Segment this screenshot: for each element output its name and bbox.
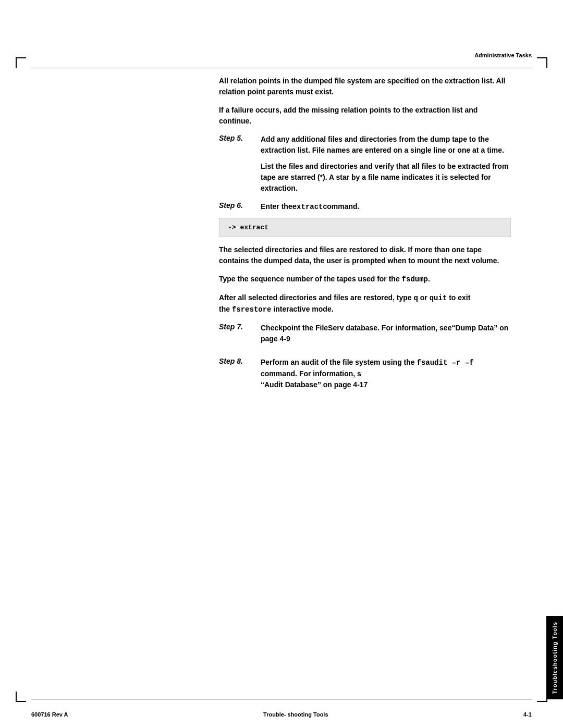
step8-code: fsaudit –r –f xyxy=(417,359,474,367)
margin-bracket-bottom-right xyxy=(537,692,547,702)
step6-code-inline: extract xyxy=(292,203,323,211)
step7-container: Step 7. Checkpoint the FileServ database… xyxy=(219,323,511,352)
block-selected-dirs: The selected directories and files are r… xyxy=(219,244,511,266)
step8-suffix: command. For information, s xyxy=(261,369,361,378)
block6-text-suffix: interactive mode. xyxy=(272,305,334,313)
step5-content: Add any additional files and directories… xyxy=(261,134,511,156)
step6-container: Step 6. Enter theextractcommand. xyxy=(219,201,511,213)
block4-text: The selected directories and files are r… xyxy=(219,245,499,265)
step6-text: Enter theextractcommand. xyxy=(261,201,511,213)
step6-content: Enter theextractcommand. xyxy=(261,201,511,213)
block6-code-quit: quit xyxy=(430,294,447,302)
block6-text-or: or xyxy=(418,293,427,302)
step6-text-suffix: command. xyxy=(323,202,360,211)
block6-code-fsrestore: fsrestore xyxy=(232,305,272,314)
footer-section: Trouble- shooting Tools xyxy=(263,711,328,718)
step7-text: Checkpoint the FileServ database. For in… xyxy=(261,323,511,344)
extract-code-block: -> extract xyxy=(219,218,511,237)
side-tab-troubleshooting: Troubleshooting Tools xyxy=(546,616,563,699)
block-failure: If a failure occurs, add the missing rel… xyxy=(219,105,511,127)
step8-label: Step 8. xyxy=(219,357,255,398)
block6-code-q: q xyxy=(413,294,418,302)
content-area: All relation points in the dumped file s… xyxy=(219,76,511,686)
step8-prefix: Perform an audit of the file system usin… xyxy=(261,358,415,366)
block5-prefix: Type the sequence number of the tapes us… xyxy=(219,275,400,283)
block2-text: If a failure occurs, add the missing rel… xyxy=(219,106,478,125)
margin-bracket-top-right xyxy=(537,57,547,68)
step5-container: Step 5. Add any additional files and dir… xyxy=(219,134,511,156)
step6-label: Step 6. xyxy=(219,201,255,213)
step7-content: Checkpoint the FileServ database. For in… xyxy=(261,323,511,352)
block6-prefix: After all selected directories and files… xyxy=(219,293,412,302)
step8-text: Perform an audit of the file system usin… xyxy=(261,357,511,390)
step8-content: Perform an audit of the file system usin… xyxy=(261,357,511,398)
side-tab-label: Troubleshooting Tools xyxy=(552,622,558,694)
header-title: Administrative Tasks xyxy=(474,52,532,58)
block1-text: All relation points in the dumped file s… xyxy=(219,77,505,96)
margin-bracket-top-left xyxy=(16,57,26,68)
code-text: -> extract xyxy=(228,224,268,231)
block3-text: List the files and directories and verif… xyxy=(261,162,508,192)
bottom-rule xyxy=(31,699,532,699)
step6-text-prefix: Enter the xyxy=(261,202,292,211)
step8-container: Step 8. Perform an audit of the file sys… xyxy=(219,357,511,398)
step5-label: Step 5. xyxy=(219,134,255,156)
top-rule xyxy=(31,68,532,68)
footer-page-number: 4-1 xyxy=(523,711,532,718)
block-list-files: List the files and directories and verif… xyxy=(261,161,511,194)
block-after-restored: After all selected directories and files… xyxy=(219,292,511,315)
footer-revision: 600716 Rev A xyxy=(31,711,68,718)
step5-text: Add any additional files and directories… xyxy=(261,134,511,156)
block5-code: fsdump xyxy=(402,275,428,283)
page-footer: 600716 Rev A Trouble- shooting Tools 4-1 xyxy=(31,711,532,718)
block-relation-points: All relation points in the dumped file s… xyxy=(219,76,511,97)
step8-quote: “Audit Database” on page 4-17 xyxy=(261,380,368,389)
step7-prefix: Checkpoint the FileServ database. For in… xyxy=(261,324,451,332)
margin-bracket-bottom-left xyxy=(16,692,26,702)
block5-suffix: . xyxy=(428,275,430,283)
page: Administrative Tasks All relation points… xyxy=(0,0,563,728)
step7-label: Step 7. xyxy=(219,323,255,352)
page-header: Administrative Tasks xyxy=(31,52,532,63)
block-sequence-number: Type the sequence number of the tapes us… xyxy=(219,274,511,285)
